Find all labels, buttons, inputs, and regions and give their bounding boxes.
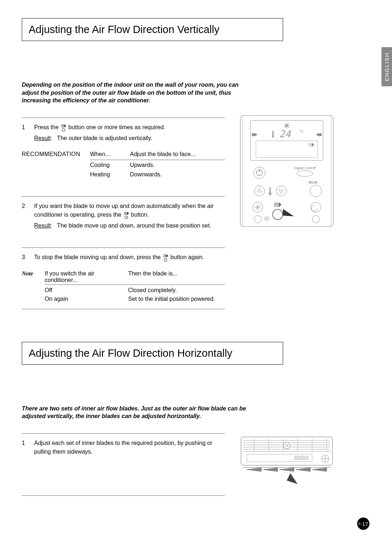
- table-row: Off Closed completely.: [45, 285, 225, 294]
- section2-steps: 1 Adjust each set of inner blades to the…: [22, 433, 225, 496]
- remote-control-figure: 24 °C Digital / On/Off: [240, 115, 334, 227]
- swing-icon: [123, 211, 130, 219]
- swing-icon: [60, 124, 67, 132]
- svg-point-0: [62, 128, 65, 131]
- section2-intro: There are two sets of inner air flow bla…: [22, 405, 247, 420]
- section1-steps: 1 Press the button one or more times as …: [22, 118, 225, 309]
- svg-point-22: [254, 186, 265, 196]
- svg-point-1: [125, 216, 128, 219]
- step-3: 3 To stop the blade moving up and down, …: [22, 248, 225, 268]
- section2-title-box: Adjusting the Air Flow Direction Horizon…: [22, 342, 283, 365]
- svg-point-20: [297, 171, 313, 176]
- step-2: 2 If you want the blade to move up and d…: [22, 196, 225, 237]
- step-number: 3: [22, 253, 28, 262]
- step-1: 1 Adjust each set of inner blades to the…: [22, 433, 225, 463]
- svg-text:°C: °C: [299, 130, 303, 134]
- step-number: 2: [22, 202, 28, 230]
- svg-point-34: [312, 216, 319, 223]
- section2-step1-text: Adjust each set of inner blades to the r…: [34, 439, 225, 456]
- step3-text-a: To stop the blade moving up and down, pr…: [34, 254, 162, 260]
- step-number: 1: [22, 439, 28, 456]
- recommendation-label: RECOMMENDATION: [22, 150, 83, 179]
- svg-point-17: [254, 167, 265, 179]
- section1-title-box: Adjusting the Air Flow Direction Vertica…: [22, 18, 283, 41]
- indoor-unit-figure: [240, 433, 334, 488]
- result-label: Result: [34, 222, 50, 229]
- note-block: Note If you switch the air conditioner..…: [22, 268, 225, 302]
- svg-point-12: [272, 135, 274, 138]
- page-number-badge: E-17: [357, 518, 369, 530]
- section2-title: Adjusting the Air Flow Direction Horizon…: [29, 347, 276, 359]
- table-row: Cooling Upwards.: [90, 160, 225, 169]
- step2-result: The blade move up and down, around the b…: [57, 222, 211, 229]
- note-label: Note: [22, 270, 38, 302]
- step1-result: The outer blade is adjusted vertically.: [57, 135, 152, 141]
- digital-onoff-label: Digital / On/Off: [294, 166, 316, 170]
- rec-head-when: When...: [90, 150, 130, 159]
- note-head-if: If you switch the air conditioner...: [45, 270, 128, 283]
- svg-point-32: [273, 209, 283, 220]
- rec-head-adjust: Adjust the blade to face...: [130, 150, 225, 159]
- result-label: Result: [34, 135, 50, 141]
- svg-rect-13: [256, 141, 318, 158]
- swing-icon: [162, 254, 169, 262]
- svg-point-31: [254, 216, 261, 223]
- language-tab: ENGLISH: [381, 47, 392, 86]
- step1-text-b: button one or more times as required.: [68, 124, 165, 130]
- step2-text-b: button.: [131, 212, 149, 218]
- display-temperature: 24: [279, 128, 291, 139]
- svg-rect-11: [272, 131, 274, 136]
- svg-rect-24: [269, 187, 271, 193]
- note-head-then: Then the blade is...: [128, 270, 225, 283]
- svg-point-23: [276, 186, 286, 196]
- section1-intro: Depending on the position of the indoor …: [22, 81, 247, 105]
- svg-rect-55: [294, 456, 309, 460]
- mode-label: Mode: [309, 180, 318, 184]
- section1-title: Adjusting the Air Flow Direction Vertica…: [29, 24, 276, 36]
- step-1: 1 Press the button one or more times as …: [22, 118, 225, 185]
- step3-text-b: button again.: [171, 254, 204, 260]
- step1-text-a: Press the: [34, 124, 60, 130]
- svg-point-21: [310, 185, 322, 197]
- recommendation-table: When... Adjust the blade to face... Cool…: [90, 150, 225, 179]
- svg-point-25: [269, 192, 271, 195]
- svg-point-2: [164, 258, 167, 261]
- table-row: On again Set to the initial position pow…: [45, 294, 225, 302]
- table-row: Heating Downwards.: [90, 169, 225, 179]
